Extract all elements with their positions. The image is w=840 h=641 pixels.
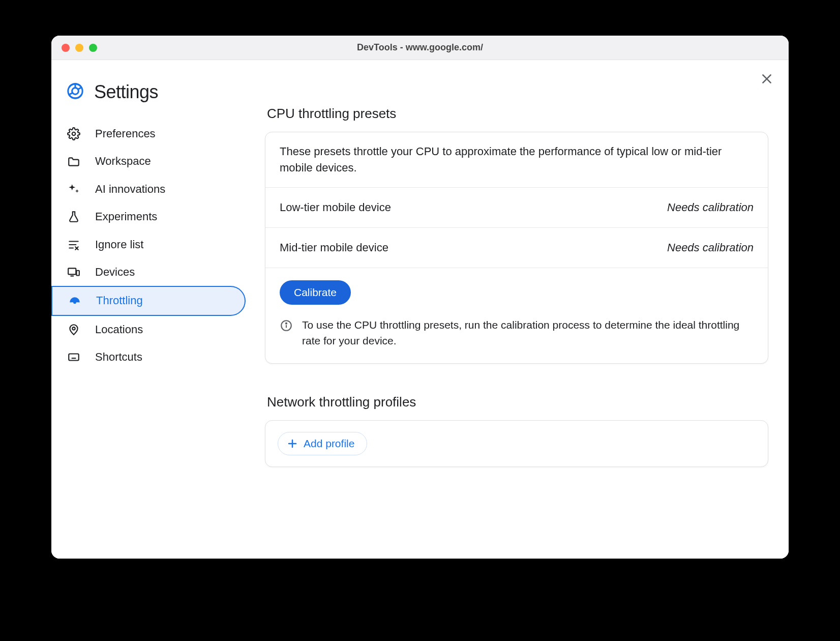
info-icon <box>280 317 293 337</box>
sidebar-item-label: Ignore list <box>95 238 143 251</box>
sidebar-item-devices[interactable]: Devices <box>51 258 246 286</box>
cpu-presets-card: These presets throttle your CPU to appro… <box>265 132 768 364</box>
preset-row-low-tier: Low-tier mobile device Needs calibration <box>265 188 768 228</box>
svg-point-14 <box>74 301 75 303</box>
close-settings-button[interactable] <box>760 72 773 88</box>
content-area: Settings Preferences Workspace <box>51 60 789 559</box>
settings-header: Settings <box>51 72 255 115</box>
titlebar: DevTools - www.google.com/ <box>51 36 789 60</box>
cpu-description: These presets throttle your CPU to appro… <box>265 132 768 188</box>
calibration-info-text: To use the CPU throttling presets, run t… <box>302 317 754 349</box>
sidebar-item-ai-innovations[interactable]: AI innovations <box>51 176 246 203</box>
devtools-window: DevTools - www.google.com/ Settings Pref <box>51 36 789 559</box>
preset-row-mid-tier: Mid-tier mobile device Needs calibration <box>265 228 768 268</box>
gauge-icon <box>68 295 82 308</box>
sidebar-item-workspace[interactable]: Workspace <box>51 148 246 175</box>
svg-point-15 <box>72 327 75 330</box>
preset-name: Mid-tier mobile device <box>280 241 388 254</box>
sidebar-item-locations[interactable]: Locations <box>51 316 246 343</box>
network-section-title: Network throttling profiles <box>267 394 768 410</box>
main-panel: CPU throttling presets These presets thr… <box>255 60 789 559</box>
cpu-card-footer: Calibrate To use the CPU throttling pres… <box>265 268 768 363</box>
sidebar-item-preferences[interactable]: Preferences <box>51 120 246 148</box>
traffic-lights <box>51 44 97 52</box>
devtools-logo-icon <box>67 82 84 102</box>
keyboard-icon <box>67 351 81 364</box>
sidebar-item-label: Shortcuts <box>95 351 142 364</box>
sidebar-item-label: Workspace <box>95 155 151 168</box>
preset-status: Needs calibration <box>667 201 754 214</box>
svg-rect-11 <box>76 271 79 276</box>
sidebar-item-experiments[interactable]: Experiments <box>51 203 246 230</box>
svg-rect-10 <box>68 269 76 275</box>
cpu-section-title: CPU throttling presets <box>267 106 768 122</box>
sidebar-item-ignore-list[interactable]: Ignore list <box>51 231 246 258</box>
preset-status: Needs calibration <box>667 241 754 254</box>
plus-icon <box>286 438 298 450</box>
calibration-info: To use the CPU throttling presets, run t… <box>280 317 754 349</box>
devices-icon <box>67 266 81 279</box>
folder-icon <box>67 155 81 168</box>
window-title: DevTools - www.google.com/ <box>51 42 789 53</box>
page-title: Settings <box>94 81 158 103</box>
svg-rect-16 <box>69 354 79 361</box>
add-profile-label: Add profile <box>304 438 354 450</box>
sidebar-item-label: AI innovations <box>95 183 165 196</box>
location-pin-icon <box>67 323 81 336</box>
sidebar-item-label: Devices <box>95 266 135 279</box>
window-minimize-button[interactable] <box>75 44 83 52</box>
window-close-button[interactable] <box>62 44 70 52</box>
sparkle-icon <box>67 183 81 196</box>
sidebar-item-throttling[interactable]: Throttling <box>51 286 246 315</box>
settings-nav: Preferences Workspace AI innovations <box>51 115 255 371</box>
gear-icon <box>67 127 81 140</box>
calibrate-button[interactable]: Calibrate <box>280 280 351 305</box>
network-profiles-card: Add profile <box>265 420 768 467</box>
filter-x-icon <box>67 238 81 251</box>
settings-sidebar: Settings Preferences Workspace <box>51 60 255 559</box>
sidebar-item-label: Experiments <box>95 210 157 223</box>
sidebar-item-label: Preferences <box>95 127 156 140</box>
flask-icon <box>67 210 81 223</box>
sidebar-item-label: Locations <box>95 323 143 336</box>
sidebar-item-shortcuts[interactable]: Shortcuts <box>51 343 246 371</box>
sidebar-item-label: Throttling <box>96 294 143 307</box>
preset-name: Low-tier mobile device <box>280 201 391 214</box>
svg-point-23 <box>286 323 287 324</box>
svg-point-4 <box>72 132 76 136</box>
add-profile-button[interactable]: Add profile <box>278 432 367 455</box>
window-maximize-button[interactable] <box>89 44 97 52</box>
